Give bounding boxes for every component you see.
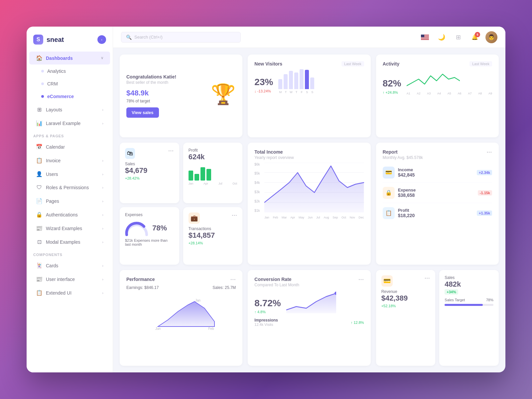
sidebar-item-roles[interactable]: 🛡 Roles & Permissions › [29,181,110,194]
logo-area: S sneat ‹ [27,27,113,51]
report-more-button[interactable]: ··· [487,149,492,155]
sidebar-item-dashboards[interactable]: 🏠 Dashboards ∨ [29,52,110,65]
report-item-profit: 📋 Profit $18,220 +1.35k [383,203,492,223]
activity-line-chart [407,69,460,89]
card-congratulations: Congratulations Katie! Best seller of th… [120,55,242,137]
expenses-label: Expenses [125,212,174,217]
svg-marker-13 [264,166,364,212]
sidebar-item-ecommerce[interactable]: eCommerce [29,90,110,102]
us-flag-icon [421,35,429,40]
transactions-more-button[interactable]: ··· [232,212,237,218]
sidebar-item-pages[interactable]: 📄 Pages › [29,195,110,207]
report-item-expense: 🔒 Expense $38,658 -1.15k [383,183,492,203]
sidebar: S sneat ‹ 🏠 Dashboards ∨ Analytics CRM e… [27,27,113,372]
sidebar-item-modal[interactable]: ⊡ Modal Examples › [29,235,110,248]
performance-earnings: Earnings: $846.17 [126,285,159,290]
performance-title: Performance [126,277,155,282]
conversion-trend: ↑ 4.8% [254,310,266,314]
laravel-icon: 📊 [36,120,43,126]
revenue-icon: 💳 [381,275,393,287]
layouts-icon: ⊞ [36,106,43,113]
card-activity: Activity Last Week 82% ↑ +24.8% [376,55,499,137]
sales-target-label: Sales Target [445,298,465,302]
chevron-icon: › [102,121,103,125]
activity-badge: Last Week [469,61,492,66]
profit-report-label: Profit [398,208,473,213]
sales-target-trend: +34% [445,289,458,295]
topbar: 🔍 Search (Ctrl+/) 🌙 [113,27,505,48]
flag-button[interactable] [419,31,431,43]
chevron-icon: › [102,159,103,163]
revenue-more-button[interactable]: ··· [425,275,430,281]
user-avatar[interactable]: 👨 [485,31,497,43]
dot-icon [41,70,44,72]
sidebar-item-invoice[interactable]: 📋 Invoice › [29,154,110,167]
card-revenue-sales-row: 💳 ··· Revenue $42,389 +52.18% Sales 482k… [376,270,499,366]
total-income-chart [264,163,364,212]
search-box[interactable]: 🔍 Search (Ctrl+/) [121,32,241,43]
sales-more-button[interactable]: ··· [168,148,174,154]
apps-section-label: APPS & PAGES [27,130,113,140]
sidebar-item-wizard[interactable]: 📰 Wizard Examples › [29,222,110,235]
calendar-icon: 📅 [36,144,43,150]
bar-tue [284,74,288,89]
bar-mon [278,79,282,89]
performance-more-button[interactable]: ··· [230,277,236,283]
sidebar-item-auth[interactable]: 🔒 Authentications › [29,208,110,221]
svg-text:Feb: Feb [208,327,214,331]
sidebar-item-users[interactable]: 👤 Users › [29,168,110,181]
card-revenue: 💳 ··· Revenue $42,389 +52.18% [376,270,436,366]
card-stats-row: 🛍 ··· Sales $4,679 +28.42% Profit 624k [120,143,242,265]
conversion-more-button[interactable]: ··· [358,277,364,283]
activity-trend: ↑ +24.8% [383,90,398,94]
sidebar-item-layouts[interactable]: ⊞ Layouts › [29,103,110,116]
sales-amount: $4,679 [125,166,174,175]
svg-text:Jun: Jun [155,327,161,331]
sidebar-item-cards[interactable]: 🃏 Cards › [29,259,110,272]
cards-icon: 🃏 [36,262,43,269]
chevron-icon: › [102,172,103,176]
sidebar-item-extended[interactable]: 📋 Extended UI › [29,286,110,299]
sales-trend: +28.42% [125,176,140,180]
bar-thu [294,72,298,89]
pages-icon: 📄 [36,198,43,204]
search-placeholder: Search (Ctrl+/) [134,35,163,40]
apps-grid-button[interactable]: ⊞ [452,31,464,43]
impressions-row: Impressions 12.4k Visits ↑ 12.8% [254,318,364,327]
conversion-subtitle: Compared To Last Month [254,283,299,287]
sidebar-item-crm[interactable]: CRM [29,78,110,90]
transactions-trend: +28.14% [189,241,203,245]
activity-title: Activity [383,61,400,66]
performance-sales: Sales: 25.7M [212,285,236,290]
sales-target-progress [445,304,493,306]
notifications-button[interactable]: 🔔 5 [469,31,481,43]
collapse-sidebar-button[interactable]: ‹ [97,35,106,44]
dot-active-icon [41,95,44,98]
performance-chart: Jun Jan Feb [138,295,224,332]
chart-labels: M T W T F S S [278,90,364,94]
new-visitors-title: New Visitors [254,61,282,66]
svg-rect-6 [421,39,429,39]
expenses-percentage: 78% [152,224,167,232]
card-expenses: Expenses 78% $21k Expenses more than las… [120,207,179,265]
activity-percentage: 82% [383,78,401,89]
sidebar-item-laravel[interactable]: 📊 Laravel Example › [29,117,110,130]
sidebar-item-ui[interactable]: 📰 User interface › [29,273,110,286]
total-income-subtitle: Yearly report overview [254,155,294,160]
wizard-icon: 📰 [36,225,43,231]
report-subtitle: Monthly Avg. $45.578k [383,155,423,160]
sales-label: Sales [125,162,174,166]
trophy-icon: 🏆 [211,82,236,106]
card-total-income: Total Income Yearly report overview $6k … [248,143,370,265]
sidebar-item-calendar[interactable]: 📅 Calendar [29,140,110,153]
lock-icon: 🔒 [36,211,43,218]
dark-mode-button[interactable]: 🌙 [436,31,448,43]
modal-icon: ⊡ [36,239,43,245]
impressions-label: Impressions [254,318,278,323]
app-name: sneat [47,36,64,44]
view-sales-button[interactable]: View sales [126,107,159,118]
chevron-icon: › [102,291,103,295]
sidebar-item-analytics[interactable]: Analytics [29,65,110,77]
svg-text:Jan: Jan [195,299,200,302]
profit-report-amount: $18,220 [398,213,473,218]
